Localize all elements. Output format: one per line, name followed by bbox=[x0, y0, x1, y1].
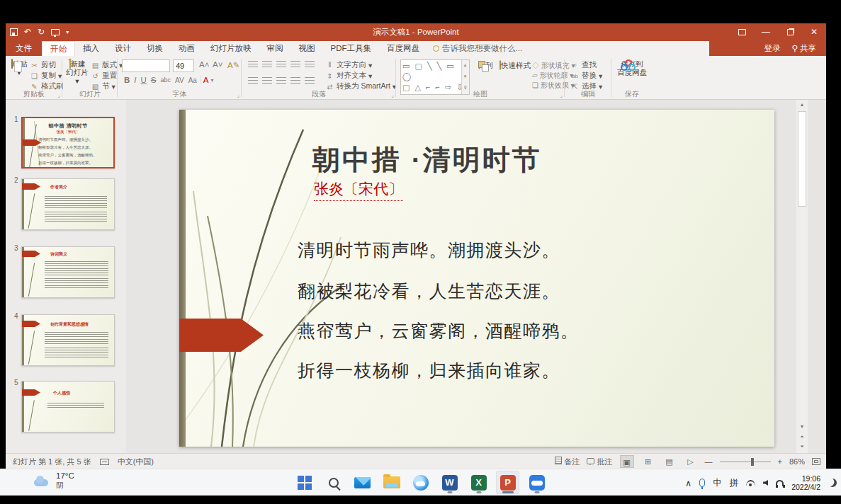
change-case-button[interactable]: Aa bbox=[186, 76, 199, 84]
clear-formatting-button[interactable]: A✎ bbox=[225, 60, 242, 70]
tab-transitions[interactable]: 切换 bbox=[139, 41, 171, 56]
clock-widget[interactable]: 19:06 2022/4/2 bbox=[791, 474, 820, 491]
poem-line-1[interactable]: 清明时节雨声哗。潮拥渡头沙。 bbox=[298, 239, 560, 262]
paragraph-dialog-launcher[interactable]: ⌟ bbox=[391, 92, 394, 98]
increase-font-button[interactable]: A˄ bbox=[197, 60, 211, 69]
search-button[interactable] bbox=[322, 471, 345, 494]
replace-button[interactable]: ab替换 ▾ bbox=[570, 71, 602, 81]
close-button[interactable]: ✕ bbox=[802, 23, 826, 41]
baidu-netdisk-app-button[interactable] bbox=[525, 471, 548, 494]
reading-view-button[interactable]: ▤ bbox=[662, 455, 677, 468]
restore-button[interactable] bbox=[778, 23, 802, 41]
scrollbar-thumb[interactable] bbox=[798, 111, 806, 207]
slide-sorter-view-button[interactable]: ⊞ bbox=[641, 455, 655, 468]
clipboard-dialog-launcher[interactable]: ⌟ bbox=[57, 92, 60, 98]
reset-button[interactable]: ↺重置 bbox=[91, 71, 117, 81]
bullets-icon[interactable] bbox=[248, 61, 258, 69]
file-explorer-button[interactable] bbox=[380, 471, 403, 494]
ribbon-display-options-button[interactable] bbox=[730, 23, 754, 41]
strikethrough-button[interactable]: S bbox=[149, 76, 159, 84]
word-app-button[interactable]: W bbox=[438, 471, 461, 494]
copy-button[interactable]: ❏复制 ▾ bbox=[30, 71, 62, 81]
slide-1-editor[interactable]: 朝中措 ·清明时节 张炎〔宋代〕 清明时节雨声哗。潮拥渡头沙。 翻被梨花冷看，人… bbox=[179, 110, 774, 447]
tab-home[interactable]: 开始 bbox=[42, 41, 75, 56]
poem-line-3[interactable]: 燕帘莺户，云窗雾阁，酒醒啼鸦。 bbox=[298, 319, 580, 343]
quick-styles-button[interactable]: 快速样式 bbox=[498, 61, 532, 69]
align-center-icon[interactable] bbox=[262, 77, 272, 85]
slide-thumbnail-2[interactable]: 作者简介 bbox=[21, 178, 115, 230]
slide-thumbnail-5[interactable]: 个人感悟 bbox=[21, 381, 115, 433]
speaker-icon[interactable] bbox=[763, 480, 768, 486]
sign-in-button[interactable]: 登录 bbox=[764, 43, 780, 54]
tab-baidu-netdisk[interactable]: 百度网盘 bbox=[379, 41, 427, 56]
microphone-icon[interactable] bbox=[699, 479, 705, 487]
find-button[interactable]: ⌕查找 bbox=[570, 60, 597, 70]
new-slide-button[interactable]: 新建 幻灯片 ▾ bbox=[65, 59, 89, 85]
font-dialog-launcher[interactable]: ⌟ bbox=[237, 92, 239, 98]
decrease-font-button[interactable]: A˅ bbox=[210, 60, 225, 69]
tab-file[interactable]: 文件 bbox=[6, 41, 42, 56]
tab-slideshow[interactable]: 幻灯片放映 bbox=[203, 41, 259, 56]
zoom-out-button[interactable]: — bbox=[705, 457, 713, 466]
tab-view[interactable]: 视图 bbox=[291, 41, 323, 56]
cut-button[interactable]: ✂剪切 bbox=[30, 60, 56, 70]
slide-title-textbox[interactable]: 朝中措 ·清明时节 bbox=[312, 141, 542, 179]
paste-button[interactable]: 粘贴▾ bbox=[10, 59, 28, 76]
slideshow-view-button[interactable]: ▷ bbox=[684, 455, 698, 468]
slide-thumbnail-3[interactable]: 诗词释义 bbox=[21, 246, 115, 298]
poem-line-4[interactable]: 折得一枝杨柳，归来插向谁家。 bbox=[298, 359, 560, 382]
arrange-button[interactable]: 排列 bbox=[474, 61, 497, 69]
comments-toggle[interactable]: 批注 bbox=[587, 457, 612, 467]
zoom-slider[interactable] bbox=[720, 462, 771, 462]
ime-mode-indicator[interactable]: 拼 bbox=[730, 477, 739, 489]
share-button[interactable]: ⚲ 共享 bbox=[791, 43, 816, 54]
text-shadow-button[interactable]: abc bbox=[159, 76, 174, 84]
line-spacing-icon[interactable] bbox=[305, 61, 315, 69]
align-right-icon[interactable] bbox=[276, 77, 286, 85]
underline-button[interactable]: U bbox=[139, 76, 149, 84]
headset-icon[interactable] bbox=[776, 480, 784, 486]
scroll-down-icon[interactable]: ▼ bbox=[796, 422, 808, 432]
browser-button[interactable] bbox=[409, 471, 432, 494]
next-slide-icon[interactable]: ⏷ bbox=[796, 442, 808, 452]
tray-chevron-icon[interactable]: ∧ bbox=[685, 478, 692, 488]
language-indicator[interactable]: 中文(中国) bbox=[118, 457, 154, 467]
minimize-button[interactable]: — bbox=[754, 23, 778, 41]
tab-animations[interactable]: 动画 bbox=[171, 41, 203, 56]
zoom-percentage[interactable]: 86% bbox=[789, 457, 805, 466]
numbering-icon[interactable] bbox=[262, 61, 272, 69]
wifi-icon[interactable] bbox=[746, 480, 755, 486]
zoom-in-button[interactable]: + bbox=[778, 457, 782, 466]
fit-slide-button[interactable] bbox=[812, 458, 820, 465]
tell-me-box[interactable]: 告诉我您想要做什么... bbox=[427, 41, 528, 56]
align-text-button[interactable]: ⇕对齐文本 ▾ bbox=[325, 71, 372, 81]
save-to-baidu-button[interactable]: 保存到 百度网盘 bbox=[616, 59, 648, 76]
tab-pdf-tools[interactable]: PDF工具集 bbox=[323, 41, 380, 56]
tab-review[interactable]: 审阅 bbox=[259, 41, 291, 56]
powerpoint-app-button[interactable]: P bbox=[496, 471, 519, 494]
drawing-dialog-launcher[interactable]: ⌟ bbox=[560, 92, 563, 98]
bold-button[interactable]: B bbox=[122, 76, 132, 84]
font-name-input[interactable] bbox=[122, 59, 170, 72]
normal-view-button[interactable]: ▣ bbox=[620, 455, 634, 468]
increase-indent-icon[interactable] bbox=[290, 61, 300, 69]
excel-app-button[interactable]: X bbox=[467, 471, 490, 494]
slide-thumbnail-4[interactable]: 创作背景和思想感情 bbox=[21, 314, 115, 366]
previous-slide-icon[interactable]: ⏶ bbox=[796, 432, 808, 442]
columns-icon[interactable] bbox=[305, 77, 315, 85]
slide-thumbnail-1[interactable]: 朝中措 清明时节 张炎〔宋代〕 清明时节雨声哗。潮拥渡头沙。 翻被梨花冷看，人生… bbox=[21, 117, 115, 168]
poem-line-2[interactable]: 翻被梨花冷看，人生苦恋天涯。 bbox=[298, 280, 560, 303]
character-spacing-button[interactable]: AV bbox=[173, 76, 186, 84]
start-button[interactable] bbox=[293, 471, 316, 494]
align-left-icon[interactable] bbox=[248, 77, 258, 85]
italic-button[interactable]: I bbox=[132, 76, 138, 84]
notes-toggle[interactable]: 备注 bbox=[555, 457, 580, 467]
scroll-up-icon[interactable]: ▲ bbox=[796, 100, 808, 110]
night-mode-icon[interactable] bbox=[828, 479, 837, 487]
decrease-indent-icon[interactable] bbox=[276, 61, 286, 69]
ime-language-indicator[interactable]: 中 bbox=[713, 477, 722, 489]
slide-author-textbox[interactable]: 张炎〔宋代〕 bbox=[314, 179, 403, 201]
vertical-scrollbar[interactable]: ▲ ▼ ⏶ ⏷ bbox=[796, 100, 808, 453]
justify-icon[interactable] bbox=[290, 77, 300, 85]
tab-insert[interactable]: 插入 bbox=[75, 41, 107, 56]
